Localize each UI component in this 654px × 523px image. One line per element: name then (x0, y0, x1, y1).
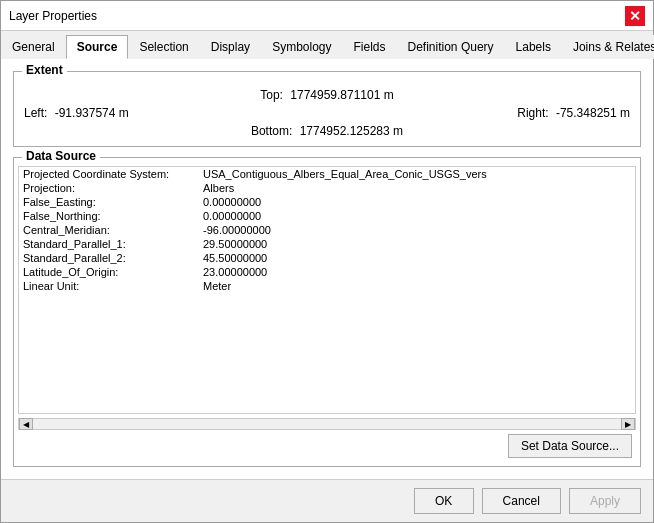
title-bar: Layer Properties ✕ (1, 1, 653, 31)
data-source-inner: Projected Coordinate System:USA_Contiguo… (14, 166, 640, 466)
extent-right-label: Right: (517, 106, 548, 120)
extent-right-value: -75.348251 m (556, 106, 630, 120)
extent-left-row: Left: -91.937574 m (24, 106, 226, 120)
data-key: Projection: (23, 182, 203, 194)
data-val: 45.50000000 (203, 252, 631, 264)
tab-labels[interactable]: Labels (505, 35, 562, 59)
data-row: False_Easting:0.00000000 (19, 195, 635, 209)
data-val: 23.00000000 (203, 266, 631, 278)
data-key: False_Northing: (23, 210, 203, 222)
data-key: Standard_Parallel_2: (23, 252, 203, 264)
data-row: Projected Coordinate System:USA_Contiguo… (19, 167, 635, 181)
cancel-button[interactable]: Cancel (482, 488, 561, 514)
tab-source[interactable]: Source (66, 35, 129, 59)
data-val: USA_Contiguous_Albers_Equal_Area_Conic_U… (203, 168, 631, 180)
scroll-left-arrow[interactable]: ◀ (19, 418, 33, 430)
data-val: Meter (203, 280, 631, 292)
data-key: Standard_Parallel_1: (23, 238, 203, 250)
extent-top-label: Top: (260, 88, 283, 102)
data-row: Standard_Parallel_2:45.50000000 (19, 251, 635, 265)
tab-general[interactable]: General (1, 35, 66, 59)
data-key: Projected Coordinate System: (23, 168, 203, 180)
tab-joins-relates[interactable]: Joins & Relates (562, 35, 654, 59)
extent-section: Extent Top: 1774959.871101 m Left: -91.9… (13, 71, 641, 147)
data-source-section-title: Data Source (22, 149, 100, 163)
apply-button[interactable]: Apply (569, 488, 641, 514)
tab-definition-query[interactable]: Definition Query (397, 35, 505, 59)
dialog-title: Layer Properties (9, 9, 97, 23)
set-datasource-button[interactable]: Set Data Source... (508, 434, 632, 458)
scroll-right-arrow[interactable]: ▶ (621, 418, 635, 430)
tab-selection[interactable]: Selection (128, 35, 199, 59)
data-val: 0.00000000 (203, 210, 631, 222)
data-val: -96.00000000 (203, 224, 631, 236)
data-row: Standard_Parallel_1:29.50000000 (19, 237, 635, 251)
data-source-section: Data Source Projected Coordinate System:… (13, 157, 641, 467)
extent-left-label: Left: (24, 106, 47, 120)
data-source-table[interactable]: Projected Coordinate System:USA_Contiguo… (18, 166, 636, 414)
scroll-track[interactable] (33, 419, 621, 429)
data-key: False_Easting: (23, 196, 203, 208)
tab-display[interactable]: Display (200, 35, 261, 59)
data-key: Linear Unit: (23, 280, 203, 292)
ok-button[interactable]: OK (414, 488, 474, 514)
data-row: Latitude_Of_Origin:23.00000000 (19, 265, 635, 279)
extent-top-row: Top: 1774959.871101 m (226, 88, 428, 102)
extent-bottom-row: Bottom: 1774952.125283 m (226, 124, 428, 138)
data-row: False_Northing:0.00000000 (19, 209, 635, 223)
data-val: 29.50000000 (203, 238, 631, 250)
extent-grid: Top: 1774959.871101 m Left: -91.937574 m… (24, 80, 630, 138)
extent-left-value: -91.937574 m (55, 106, 129, 120)
extent-top-value: 1774959.871101 m (290, 88, 393, 102)
tab-symbology[interactable]: Symbology (261, 35, 342, 59)
extent-bottom-label: Bottom: (251, 124, 292, 138)
data-row: Central_Meridian:-96.00000000 (19, 223, 635, 237)
extent-section-title: Extent (22, 63, 67, 77)
extent-bottom-value: 1774952.125283 m (300, 124, 403, 138)
tab-content: Extent Top: 1774959.871101 m Left: -91.9… (1, 59, 653, 479)
footer: OK Cancel Apply (1, 479, 653, 522)
data-val: 0.00000000 (203, 196, 631, 208)
tabs-bar: General Source Selection Display Symbolo… (1, 31, 653, 59)
layer-properties-dialog: Layer Properties ✕ General Source Select… (0, 0, 654, 523)
data-key: Central_Meridian: (23, 224, 203, 236)
data-row: Linear Unit:Meter (19, 279, 635, 293)
data-row: Projection:Albers (19, 181, 635, 195)
horizontal-scrollbar[interactable]: ◀ ▶ (18, 418, 636, 430)
extent-right-row: Right: -75.348251 m (428, 106, 630, 120)
close-button[interactable]: ✕ (625, 6, 645, 26)
tab-fields[interactable]: Fields (343, 35, 397, 59)
data-key: Latitude_Of_Origin: (23, 266, 203, 278)
data-val: Albers (203, 182, 631, 194)
